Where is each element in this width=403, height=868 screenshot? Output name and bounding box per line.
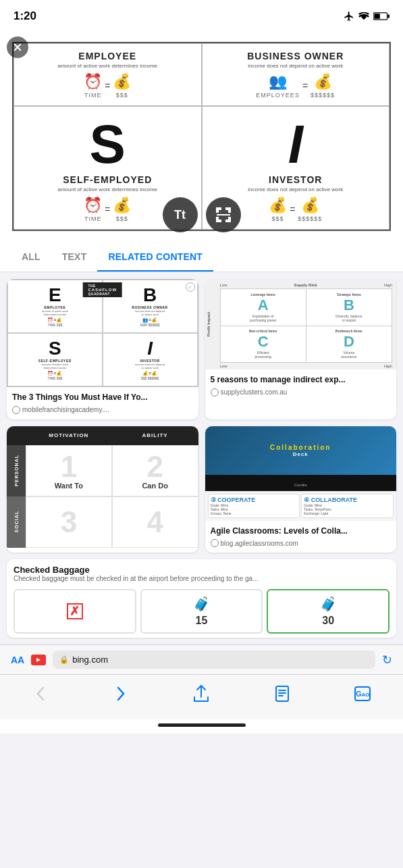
money2-label: $$$ <box>113 215 131 222</box>
letter-b: B <box>344 297 354 314</box>
want-to-cell: 1 Want To <box>26 445 112 496</box>
close-button[interactable] <box>7 36 28 58</box>
big-money2-label: $$$$$$ <box>298 215 322 222</box>
collab-credits: Credits <box>205 475 397 491</box>
reload-button[interactable]: ↻ <box>382 653 392 667</box>
status-bar: 1:20 <box>0 0 403 30</box>
suitcase-icon: 🧳 <box>193 596 210 612</box>
mini-b-letter: B <box>143 286 157 305</box>
verified-badge: ✓ <box>186 282 195 292</box>
motivation-matrix: MOTIVATION ABILITY PERSONAL 1 Want To <box>7 426 198 548</box>
tab-text[interactable]: TEXT <box>51 243 98 272</box>
baggage-card[interactable]: Checked Baggage Checked baggage must be … <box>7 559 396 638</box>
back-button[interactable] <box>26 682 55 706</box>
time-label: TIME <box>84 92 102 99</box>
clock2-icon: ⏰ <box>84 197 102 213</box>
lock-icon: 🔒 <box>59 655 69 664</box>
self-employed-label: SELF-EMPLOYED <box>21 174 194 185</box>
supply-matrix-grid: Leverage Items A Exploitation ofpurchasi… <box>220 288 393 363</box>
cashflow-card-title: The 3 Things You Must Have If Yo... <box>12 392 193 403</box>
baggage-count-15: 15 <box>196 615 208 627</box>
mini-s-letter: S <box>49 339 61 358</box>
money-bag-icon: 💰 <box>314 73 332 90</box>
business-owner-cell: BUSINESS OWNER income does not depend on… <box>202 43 390 106</box>
can-do-cell: 2 Can Do <box>112 445 198 496</box>
url-text: bing.com <box>72 655 108 665</box>
letter-a: A <box>258 297 269 314</box>
employees-icon: 👥 <box>269 73 287 90</box>
i-letter: I <box>209 118 383 172</box>
aa-button[interactable]: AA <box>11 655 24 665</box>
supply-globe-icon <box>211 388 219 397</box>
bottom-nav: GAO <box>0 674 403 719</box>
baggage-item-3: 🧳 30 <box>267 589 389 634</box>
supply-card-source: supplyclusters.com.au <box>211 388 392 397</box>
motivation-thumbnail: MOTIVATION ABILITY PERSONAL 1 Want To <box>7 426 198 548</box>
content-area: THE CASHFLOW QUADRANT E EMPLOYEE amount … <box>0 272 403 644</box>
supply-cell-b: Strategic Items B Diversify, balanceor e… <box>306 289 392 326</box>
big-money-label: $$$$$$ <box>311 92 335 99</box>
tab-related-content[interactable]: RELATED CONTENT <box>97 243 213 272</box>
tabs-count: GAO <box>356 690 370 698</box>
mini-self-employed-cell: S SELF-EMPLOYED amount of active workdet… <box>7 333 103 386</box>
url-bar[interactable]: 🔒 bing.com <box>53 650 375 669</box>
employee-icons: ⏰ TIME = 💰 $$$ <box>21 73 194 99</box>
home-pill <box>158 723 246 727</box>
wifi-icon <box>358 12 369 20</box>
browser-bar: AA 🔒 bing.com ↻ <box>0 644 403 674</box>
business-owner-subtitle: income does not depend on active work <box>209 63 383 69</box>
mini-i-letter: I <box>147 339 153 358</box>
tabs-bar: ALL TEXT RELATED CONTENT <box>0 243 403 272</box>
baggage-subtitle: Checked baggage must be checked in at th… <box>14 575 389 582</box>
supply-cell-d: Bottleneck Items D Volumeassurance <box>306 326 392 363</box>
supply-card-title: 5 reasons to manage indirect exp... <box>211 375 392 386</box>
social-row-header: SOCIAL <box>7 496 26 548</box>
supply-cell-c: Non-critical Items C Efficientprocessing <box>221 326 306 363</box>
letter-c: C <box>258 333 269 351</box>
supply-x-axis-labels: Low Supply Risk High <box>220 283 393 287</box>
want-to-label: Want To <box>55 482 83 490</box>
supply-low-label: Low <box>220 283 227 287</box>
suitcase2-icon: 🧳 <box>320 596 337 612</box>
cell-3: 3 <box>26 496 112 548</box>
employees-label: EMPLOYEES <box>256 92 300 99</box>
scan-button[interactable] <box>206 197 241 232</box>
bookmarks-button[interactable] <box>267 682 297 706</box>
globe-icon <box>12 406 20 414</box>
employee-label: EMPLOYEE <box>21 51 194 61</box>
collab-related-card[interactable]: Collaboration Deck Credits ③ COOPERATE G… <box>205 426 397 553</box>
business-owner-icons: 👥 EMPLOYEES = 💰 $$$$$$ <box>209 73 383 99</box>
num-2: 2 <box>146 452 163 482</box>
baggage-count-30: 30 <box>322 615 334 627</box>
supply-source-text: supplyclusters.com.au <box>221 388 288 396</box>
supply-card-info: 5 reasons to manage indirect exp... supp… <box>205 369 397 402</box>
supply-thumbnail: Low Supply Risk High Profit Impact Lever… <box>205 279 397 369</box>
status-icons <box>344 11 389 22</box>
cashflow-related-card[interactable]: THE CASHFLOW QUADRANT E EMPLOYEE amount … <box>7 279 198 419</box>
motivation-col-header: MOTIVATION <box>26 426 112 445</box>
clock-icon: ⏰ <box>84 73 102 90</box>
collab-globe-icon <box>211 539 219 547</box>
collab-source-text: blog.agileclassrooms.com <box>221 540 298 547</box>
personal-row-header: PERSONAL <box>7 445 26 496</box>
cashflow-thumbnail: THE CASHFLOW QUADRANT E EMPLOYEE amount … <box>7 279 198 387</box>
money2-icon: 💰 <box>113 197 131 213</box>
tab-all[interactable]: ALL <box>11 243 51 272</box>
motivation-related-card[interactable]: MOTIVATION ABILITY PERSONAL 1 Want To <box>7 426 198 553</box>
text-format-button[interactable]: Tt <box>163 197 198 232</box>
status-time: 1:20 <box>14 9 36 23</box>
big-money2-icon: 💰 <box>301 197 319 213</box>
share-button[interactable] <box>186 682 216 706</box>
supply-related-card[interactable]: Low Supply Risk High Profit Impact Lever… <box>205 279 397 419</box>
tabs-button[interactable]: GAO <box>348 682 377 706</box>
forward-button[interactable] <box>106 682 136 706</box>
cashflow-source-text: mobilefranchisingacademy.... <box>22 406 109 413</box>
employee-subtitle: amount of active work determines income <box>21 63 194 69</box>
supply-cell-a: Leverage Items A Exploitation ofpurchasi… <box>221 289 306 326</box>
collab-levels: ③ COOPERATE Goals: MineTasks: MineGroups… <box>205 491 397 521</box>
investment-icon: 💰 <box>269 197 287 213</box>
hero-image: EMPLOYEE amount of active work determine… <box>0 30 403 243</box>
time2-label: TIME <box>84 215 102 222</box>
baggage-items-row: ✗ 🧳 15 🧳 30 <box>7 585 396 638</box>
video-button[interactable] <box>31 655 46 665</box>
